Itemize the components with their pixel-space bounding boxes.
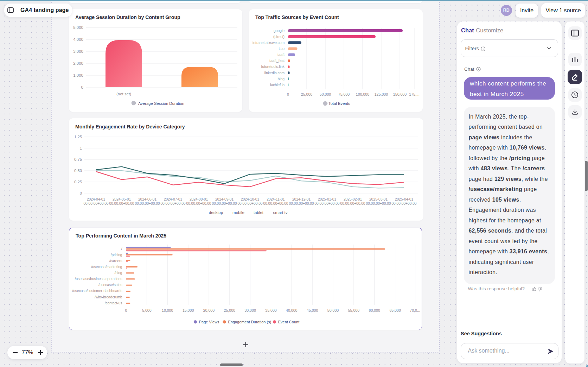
svg-text:00:00:00+00:00: 00:00:00+00:00 — [340, 202, 365, 205]
svg-text:Page Views: Page Views — [199, 320, 219, 324]
svg-text:2024-11-01: 2024-11-01 — [267, 197, 285, 201]
svg-text:/pricing: /pricing — [111, 253, 122, 257]
svg-text:5,000: 5,000 — [142, 308, 152, 312]
svg-text:desktop: desktop — [209, 210, 223, 215]
svg-text:10,000: 10,000 — [162, 308, 173, 312]
svg-text:mobile: mobile — [232, 210, 244, 215]
svg-text:25,000: 25,000 — [224, 308, 236, 312]
svg-text:Top Traffic Sources by Event C: Top Traffic Sources by Event Count — [255, 14, 339, 20]
svg-text:5,000: 5,000 — [73, 25, 83, 30]
svg-text:tablet: tablet — [254, 210, 264, 215]
svg-text:t.co: t.co — [279, 47, 285, 51]
svg-text:15,000: 15,000 — [183, 308, 194, 312]
svg-text:0.75: 0.75 — [74, 157, 82, 162]
svg-text:2024-06-01: 2024-06-01 — [138, 197, 156, 201]
svg-text:45,000: 45,000 — [307, 308, 318, 312]
svg-text:00:00:00+00:00: 00:00:00+00:00 — [366, 202, 391, 205]
svg-text:00:00:00+00:00: 00:00:00+00:00 — [263, 202, 288, 205]
svg-text:lachief.io: lachief.io — [270, 83, 285, 87]
svg-text:2024-10-01: 2024-10-01 — [241, 197, 259, 201]
svg-text:/usecase/sales: /usecase/sales — [98, 283, 122, 287]
svg-text:2025-01-01: 2025-01-01 — [318, 197, 336, 201]
svg-text:60,000: 60,000 — [369, 308, 380, 312]
svg-text:00:00:00+00:00: 00:00:00+00:00 — [314, 202, 339, 205]
svg-text:4,000: 4,000 — [73, 37, 83, 42]
svg-text:Average Session Duration: Average Session Duration — [138, 101, 184, 106]
svg-text:Average Session Duration by Co: Average Session Duration by Content Grou… — [75, 14, 180, 20]
svg-text:00:00:00+00:00: 00:00:00+00:00 — [391, 202, 416, 205]
svg-text:20,000: 20,000 — [203, 308, 215, 312]
svg-text:75,000: 75,000 — [338, 92, 350, 96]
svg-text:Total Events: Total Events — [328, 101, 350, 106]
svg-text:55,000: 55,000 — [348, 308, 360, 312]
svg-text:40,000: 40,000 — [286, 308, 298, 312]
svg-text:175,...: 175,... — [409, 92, 419, 96]
svg-text:0.50: 0.50 — [74, 169, 82, 173]
svg-text:35,000: 35,000 — [265, 308, 277, 312]
svg-text:2025-04-01: 2025-04-01 — [395, 197, 413, 201]
svg-text:/: / — [121, 247, 122, 251]
svg-text:1,000: 1,000 — [73, 73, 83, 77]
svg-text:linkedin.com: linkedin.com — [264, 71, 285, 75]
svg-text:smart tv: smart tv — [273, 210, 288, 215]
svg-text:2024-04-01: 2024-04-01 — [87, 197, 105, 201]
svg-text:/usecase/marketing: /usecase/marketing — [91, 265, 122, 269]
svg-text:Event Count: Event Count — [278, 320, 300, 324]
svg-text:intranet.alxswe.com: intranet.alxswe.com — [253, 41, 285, 45]
svg-text:100,000: 100,000 — [356, 92, 369, 96]
svg-text:taaft: taaft — [277, 53, 285, 57]
svg-text:Top Performing Content in Marc: Top Performing Content in March 2025 — [76, 233, 166, 239]
svg-text:2024-09-01: 2024-09-01 — [215, 197, 234, 201]
svg-text:1.25: 1.25 — [74, 135, 82, 139]
svg-text:/usecase/business-operations: /usecase/business-operations — [75, 277, 122, 281]
svg-text:00:00:00+00:00: 00:00:00+00:00 — [83, 202, 108, 205]
svg-text:25,000: 25,000 — [301, 92, 313, 96]
svg-text:65,000: 65,000 — [389, 308, 401, 312]
svg-text:00:00:00+00:00: 00:00:00+00:00 — [212, 202, 237, 205]
svg-text:2025-02-01: 2025-02-01 — [344, 197, 362, 201]
svg-text:futuretools.link: futuretools.link — [261, 65, 285, 69]
svg-text:2,000: 2,000 — [73, 61, 83, 65]
svg-text:0: 0 — [80, 191, 82, 195]
svg-text:00:00:00+00:00: 00:00:00+00:00 — [186, 202, 211, 205]
svg-text:/blog: /blog — [114, 271, 122, 275]
svg-text:(not set): (not set) — [116, 92, 131, 96]
svg-text:00:00:00+00:00: 00:00:00+00:00 — [135, 202, 160, 205]
svg-text:taaft_feat: taaft_feat — [269, 59, 285, 63]
svg-text:(direct): (direct) — [273, 35, 285, 39]
svg-text:50,000: 50,000 — [327, 308, 339, 312]
svg-text:0.25: 0.25 — [74, 180, 82, 184]
svg-text:0: 0 — [81, 85, 83, 89]
svg-text:2024-05-01: 2024-05-01 — [113, 197, 131, 201]
svg-text:50,000: 50,000 — [320, 92, 331, 96]
svg-text:/usecase/customer-dashboards: /usecase/customer-dashboards — [72, 289, 122, 293]
svg-text:125,000: 125,000 — [375, 92, 388, 96]
svg-text:2024-08-01: 2024-08-01 — [190, 197, 208, 201]
svg-text:00:00:00+00:00: 00:00:00+00:00 — [289, 202, 314, 205]
svg-text:2024-12-01: 2024-12-01 — [292, 197, 311, 201]
svg-text:30,000: 30,000 — [244, 308, 256, 312]
svg-text:00:00:00+00:00: 00:00:00+00:00 — [160, 202, 185, 205]
svg-text:0: 0 — [287, 92, 289, 96]
svg-text:2024-07-01: 2024-07-01 — [164, 197, 182, 201]
svg-text:1: 1 — [80, 146, 82, 150]
svg-text:0: 0 — [125, 308, 127, 312]
svg-text:bing: bing — [278, 77, 285, 81]
svg-text:Monthly Engagement Rate by Dev: Monthly Engagement Rate by Device Catego… — [75, 124, 185, 129]
svg-text:00:00:00+00:00: 00:00:00+00:00 — [237, 202, 262, 205]
svg-text:/why-breadcrumb: /why-breadcrumb — [95, 295, 122, 299]
svg-text:Engagement Duration (s): Engagement Duration (s) — [228, 320, 271, 324]
svg-text:2025-03-01: 2025-03-01 — [369, 197, 388, 201]
svg-text:/contact-us: /contact-us — [105, 301, 122, 305]
svg-text:3,000: 3,000 — [73, 49, 83, 53]
svg-text:/careers: /careers — [109, 259, 122, 263]
svg-text:70,0...: 70,0... — [410, 308, 420, 312]
svg-text:77%: 77% — [21, 349, 33, 355]
svg-text:150,000: 150,000 — [393, 92, 407, 96]
svg-text:00:00:00+00:00: 00:00:00+00:00 — [109, 202, 134, 205]
svg-text:google: google — [274, 29, 285, 33]
